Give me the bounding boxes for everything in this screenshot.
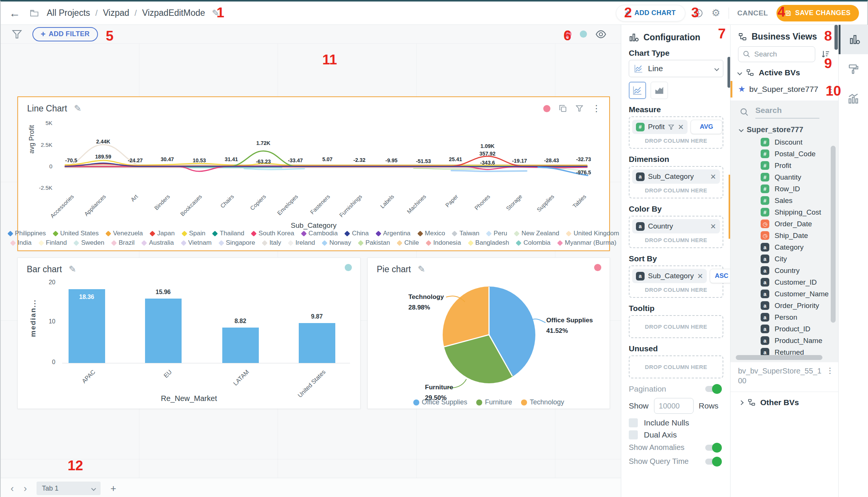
dual-axis-checkbox[interactable] bbox=[629, 430, 638, 439]
bv-menu-icon[interactable]: ⋮ bbox=[826, 366, 834, 386]
chart-type-line-button[interactable] bbox=[629, 82, 646, 99]
color-by-pill-country[interactable]: a Country ✕ bbox=[632, 219, 720, 233]
aggregation-button[interactable]: AVG bbox=[691, 120, 722, 134]
measure-pill-profit[interactable]: # Profit ✕ bbox=[632, 120, 688, 134]
active-bv-item[interactable]: ★ bv_Super_store777 ⋮ bbox=[738, 81, 838, 98]
field-row-Product_ID[interactable]: aProduct_ID bbox=[740, 323, 839, 335]
color-by-dropzone[interactable]: a Country ✕ DROP COLUMN HERE bbox=[629, 216, 723, 248]
legend-item[interactable]: Philippines bbox=[8, 230, 46, 237]
field-row-Profit[interactable]: #Profit bbox=[740, 160, 839, 171]
pie-legend-item[interactable]: Technology bbox=[521, 398, 564, 406]
fields-vertical-scrollbar[interactable] bbox=[831, 146, 836, 323]
field-row-Ship_Date[interactable]: ◷Ship_Date bbox=[740, 230, 839, 241]
chevron-down-icon[interactable] bbox=[737, 70, 742, 75]
back-icon[interactable]: ← bbox=[9, 7, 20, 20]
chevron-down-icon[interactable] bbox=[739, 127, 744, 132]
legend-item[interactable]: Myanmar (Burma) bbox=[558, 239, 616, 247]
legend-item[interactable]: Indonesia bbox=[426, 239, 461, 247]
rail-analyze-tab[interactable] bbox=[839, 84, 868, 113]
save-changes-button[interactable]: SAVE CHANGES bbox=[776, 5, 859, 21]
tab-selector[interactable]: Tab 1 bbox=[37, 482, 101, 495]
unused-dropzone[interactable]: DROP COLUMN HERE bbox=[629, 355, 723, 378]
tooltip-dropzone[interactable]: DROP COLUMN HERE bbox=[629, 315, 723, 338]
other-bv-item[interactable]: bv_bv_SuperStore_55_100 ⋮ bbox=[738, 366, 838, 386]
legend-item[interactable]: Colombia bbox=[517, 239, 550, 247]
sort-by-dropzone[interactable]: a Sub_Category ✕ ASC DROP COLUMN HERE bbox=[629, 265, 723, 298]
breadcrumb-vizpad[interactable]: Vizpad bbox=[103, 8, 129, 18]
legend-item[interactable]: United States bbox=[53, 230, 99, 237]
tab-scroll-right-icon[interactable]: › bbox=[24, 483, 27, 494]
show-anomalies-toggle[interactable] bbox=[705, 445, 721, 451]
filter-funnel-icon[interactable] bbox=[11, 29, 23, 40]
bv-scrollbar-thumb[interactable] bbox=[834, 25, 838, 50]
folder-icon[interactable] bbox=[29, 8, 39, 18]
legend-item[interactable]: Pakistan bbox=[359, 239, 390, 247]
legend-item[interactable]: Japan bbox=[150, 230, 174, 237]
legend-item[interactable]: Italy bbox=[263, 239, 281, 247]
show-query-time-toggle[interactable] bbox=[705, 459, 721, 465]
dimension-pill-sub-category[interactable]: a Sub_Category ✕ bbox=[632, 169, 720, 184]
fields-search-input[interactable]: Search bbox=[755, 106, 819, 119]
legend-item[interactable]: United Kingdom bbox=[567, 230, 619, 237]
breadcrumb-all-projects[interactable]: All Projects bbox=[47, 8, 90, 18]
legend-item[interactable]: Bangladesh bbox=[469, 239, 509, 247]
field-row-Shipping_Cost[interactable]: #Shipping_Cost bbox=[740, 206, 839, 218]
pie-chart-card[interactable]: Pie chart ✎ Technology 28.98% bbox=[367, 258, 610, 409]
favorite-star-icon[interactable]: ★ bbox=[738, 84, 746, 94]
legend-item[interactable]: Venezuela bbox=[106, 230, 143, 237]
legend-item[interactable]: Taiwan bbox=[452, 230, 479, 237]
bar-United States[interactable] bbox=[299, 323, 335, 363]
preview-eye-icon[interactable] bbox=[595, 29, 607, 40]
legend-item[interactable]: Mexico bbox=[418, 230, 445, 237]
line-chart-card[interactable]: Line Chart ✎ ⋮ avg Profit 5K 2.5K 0 bbox=[17, 96, 610, 251]
field-row-Country[interactable]: aCountry bbox=[740, 265, 839, 276]
field-row-Order_Priority[interactable]: aOrder_Priority bbox=[740, 300, 839, 311]
field-row-Customer_Name[interactable]: aCustomer_Name bbox=[740, 288, 839, 300]
tab-scroll-left-icon[interactable]: ‹ bbox=[11, 483, 14, 494]
settings-gear-icon[interactable]: ⚙ bbox=[712, 7, 720, 19]
field-row-Discount[interactable]: #Discount bbox=[740, 136, 839, 148]
fields-horizontal-scrollbar[interactable] bbox=[736, 355, 822, 360]
add-tab-button[interactable]: + bbox=[110, 483, 116, 494]
field-row-Category[interactable]: aCategory bbox=[740, 241, 839, 253]
other-bvs-group[interactable]: Other BVs bbox=[730, 392, 838, 407]
pie-legend-item[interactable]: Furniture bbox=[476, 398, 512, 406]
remove-pill-icon[interactable]: ✕ bbox=[710, 172, 716, 181]
legend-item[interactable]: Spain bbox=[182, 230, 205, 237]
pill-filter-icon[interactable] bbox=[668, 124, 674, 130]
pagination-toggle[interactable] bbox=[705, 386, 721, 392]
legend-item[interactable]: Thailand bbox=[213, 230, 244, 237]
legend-item[interactable]: Australia bbox=[142, 239, 174, 247]
legend-item[interactable]: China bbox=[345, 230, 368, 237]
field-row-City[interactable]: aCity bbox=[740, 253, 839, 265]
legend-item[interactable]: Peru bbox=[487, 230, 507, 237]
legend-item[interactable]: South Korea bbox=[252, 230, 294, 237]
bar-chart-card[interactable]: Bar chart ✎ median... 20 10 0 18.36APAC1… bbox=[17, 258, 361, 409]
remove-pill-icon[interactable]: ✕ bbox=[678, 123, 684, 131]
legend-item[interactable]: Brazil bbox=[112, 239, 135, 247]
edit-title-icon[interactable]: ✎ bbox=[69, 264, 76, 274]
dimension-dropzone[interactable]: a Sub_Category ✕ DROP COLUMN HERE bbox=[629, 166, 723, 198]
legend-item[interactable]: Vietnam bbox=[182, 239, 212, 247]
legend-item[interactable]: Cambodia bbox=[302, 230, 338, 237]
legend-item[interactable]: India bbox=[11, 239, 32, 247]
field-row-Quantity[interactable]: #Quantity bbox=[740, 171, 839, 183]
legend-item[interactable]: Singapore bbox=[219, 239, 255, 247]
remove-pill-icon[interactable]: ✕ bbox=[710, 222, 716, 231]
field-row-Customer_ID[interactable]: aCustomer_ID bbox=[740, 276, 839, 288]
rail-style-tab[interactable] bbox=[839, 54, 868, 84]
include-nulls-checkbox[interactable] bbox=[629, 418, 638, 427]
chart-type-area-button[interactable] bbox=[651, 82, 668, 99]
chart-type-select[interactable]: Line bbox=[629, 60, 723, 77]
legend-item[interactable]: Sweden bbox=[74, 239, 104, 247]
bar-EU[interactable] bbox=[145, 299, 182, 363]
field-row-Row_ID[interactable]: #Row_ID bbox=[740, 183, 839, 195]
sort-by-pill-sub-category[interactable]: a Sub_Category ✕ bbox=[632, 269, 707, 283]
remove-pill-icon[interactable]: ✕ bbox=[697, 272, 703, 281]
pie-legend-item[interactable]: Office Supplies bbox=[413, 398, 468, 406]
field-row-Postal_Code[interactable]: #Postal_Code bbox=[740, 148, 839, 160]
add-filter-button[interactable]: + ADD FILTER bbox=[32, 27, 98, 41]
legend-item[interactable]: Argentina bbox=[376, 230, 411, 237]
legend-item[interactable]: Chile bbox=[397, 239, 419, 247]
field-row-Product_Name[interactable]: aProduct_Name bbox=[740, 335, 839, 346]
